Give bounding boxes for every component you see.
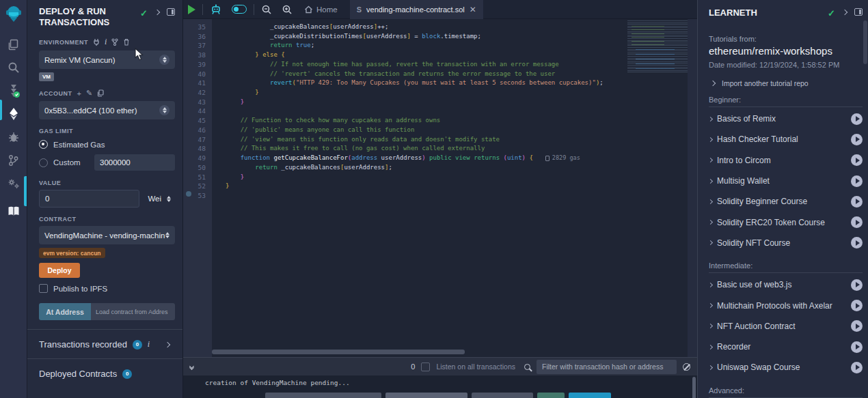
at-address-button[interactable]: At Address <box>39 303 91 320</box>
tutorial-play-button[interactable] <box>851 134 863 145</box>
gutter-line-number[interactable]: 40 <box>183 70 212 79</box>
tutorial-play-button[interactable] <box>851 279 863 291</box>
gutter-line-number[interactable]: 47 <box>183 135 212 145</box>
tutorial-play-button[interactable] <box>851 113 863 125</box>
transactions-recorded-row[interactable]: Transactions recorded 0 i <box>27 330 182 358</box>
editor-hscrollbar[interactable] <box>212 350 465 354</box>
gutter-line-number[interactable]: 39 <box>183 60 212 70</box>
solidity-compiler-icon[interactable] <box>0 79 27 102</box>
deploy-button[interactable]: Deploy <box>39 263 80 278</box>
tutorial-play-button[interactable] <box>851 362 863 373</box>
debug-button[interactable] <box>569 393 611 398</box>
tutorial-item[interactable]: Basic use of web3.js <box>709 274 863 295</box>
tutorial-item[interactable]: Intro to Circom <box>709 150 863 171</box>
remix-logo-icon[interactable] <box>0 0 27 27</box>
gutter-line-number[interactable]: 45 <box>183 116 212 126</box>
listen-all-checkbox[interactable] <box>421 363 430 371</box>
tutorial-play-button[interactable] <box>851 320 863 332</box>
gutter-line-number[interactable]: 52 <box>183 182 212 191</box>
gutter-line-number[interactable]: 38 <box>183 51 212 60</box>
file-tab[interactable]: S vending-machine-contract.sol ✕ <box>350 0 483 19</box>
tutorial-item[interactable]: Uniswap Swap Course <box>709 357 863 378</box>
code-editor[interactable]: 35363738394041424344454647484950515253 _… <box>183 19 697 357</box>
tutorial-play-button[interactable] <box>851 154 863 166</box>
gutter-line-number[interactable]: 48 <box>183 144 212 154</box>
estimated-gas-radio[interactable] <box>39 140 48 149</box>
contract-select[interactable]: VendingMachine - vending-machin <box>39 226 175 244</box>
gutter-line-number[interactable]: 44 <box>183 106 212 116</box>
gutter-line-number[interactable]: 43 <box>183 98 212 107</box>
home-tab[interactable]: Home <box>297 5 344 14</box>
at-address-input[interactable]: Load contract from Addres <box>91 303 175 320</box>
gutter-line-number[interactable]: 42 <box>183 88 212 98</box>
tutorial-play-button[interactable] <box>851 341 863 353</box>
learneth-book-icon[interactable] <box>0 199 27 223</box>
ai-copilot-icon[interactable] <box>205 0 227 19</box>
publish-ipfs-checkbox[interactable] <box>39 284 48 293</box>
minimap[interactable] <box>627 20 688 72</box>
tutorial-item[interactable]: Recorder <box>709 337 863 357</box>
code-area[interactable]: _cupcakeBalances[userAddress]++; _cupcak… <box>212 19 697 357</box>
gutter-line-number[interactable]: 49 <box>183 154 212 163</box>
terminal-log[interactable]: creation of VendingMachine pending... <box>183 375 697 398</box>
settings-icon[interactable] <box>0 172 27 195</box>
tutorial-play-button[interactable] <box>851 237 863 248</box>
tutorial-play-button[interactable] <box>851 175 863 187</box>
tutorial-play-button[interactable] <box>851 196 863 208</box>
environment-info-icon[interactable]: i <box>105 37 107 47</box>
gutter-line-number[interactable]: 37 <box>183 41 212 51</box>
git-icon[interactable] <box>0 149 27 172</box>
learneth-scrollbar[interactable] <box>863 20 867 64</box>
transactions-info-icon[interactable]: i <box>148 339 150 350</box>
gutter-line-number[interactable]: 36 <box>183 32 212 42</box>
tutorial-item[interactable]: Solidity ERC20 Token Course <box>709 212 863 232</box>
tutorial-item[interactable]: NFT Auction Contract <box>709 316 863 337</box>
transactions-expand-icon[interactable] <box>165 341 170 347</box>
value-input[interactable]: 0 <box>39 190 139 208</box>
tutorial-item[interactable]: Solidity NFT Course <box>709 233 863 253</box>
terminal-collapse-icon[interactable] <box>190 365 193 369</box>
gutter-line-number[interactable]: 41 <box>183 79 212 88</box>
gutter-line-number[interactable]: 35 <box>183 23 212 32</box>
panel-collapse-icon[interactable] <box>154 10 160 15</box>
import-tutorial-repo[interactable]: Import another tutorial repo <box>709 79 863 87</box>
copilot-toggle[interactable] <box>227 0 252 19</box>
zoom-in-icon[interactable] <box>277 0 297 19</box>
run-script-button[interactable] <box>183 0 200 19</box>
breakpoint-dot[interactable] <box>186 191 191 197</box>
tutorial-item[interactable]: Multisig Wallet <box>709 171 863 191</box>
tutorial-item[interactable]: Hash Checker Tutorial <box>709 129 863 150</box>
delete-environment-icon[interactable] <box>123 38 130 46</box>
account-select[interactable]: 0x5B3...eddC4 (100 ether) <box>39 101 175 119</box>
editor-scroll-track[interactable] <box>688 19 697 357</box>
tutorial-play-button[interactable] <box>851 300 863 311</box>
edit-account-icon[interactable]: ✎ <box>86 89 92 98</box>
deployed-contracts-row[interactable]: Deployed Contracts 0 <box>27 359 182 388</box>
copy-account-icon[interactable] <box>97 89 104 97</box>
clear-console-icon[interactable] <box>683 363 690 371</box>
terminal-search-icon[interactable] <box>524 364 530 370</box>
tutorial-item[interactable]: Solidity Beginner Course <box>709 191 863 212</box>
zoom-out-icon[interactable] <box>256 0 277 19</box>
environment-select[interactable]: Remix VM (Cancun) <box>39 51 175 69</box>
close-tab-icon[interactable]: ✕ <box>470 5 476 14</box>
plug-icon[interactable] <box>93 38 100 46</box>
tutorial-item[interactable]: Multichain Protocols with Axelar <box>709 295 863 315</box>
deploy-run-icon[interactable] <box>0 102 27 126</box>
gutter-line-number[interactable]: 51 <box>183 173 212 182</box>
terminal-vscrollbar[interactable] <box>692 377 696 398</box>
gutter-line-number[interactable]: 50 <box>183 163 212 173</box>
value-unit-select[interactable]: Wei <box>139 195 175 203</box>
gutter-line-number[interactable]: 46 <box>183 126 212 135</box>
add-account-icon[interactable]: + <box>77 89 81 98</box>
terminal-filter-input[interactable]: Filter with transaction hash or address <box>537 360 677 374</box>
custom-gas-radio[interactable] <box>39 158 48 167</box>
panel-pin-icon[interactable] <box>167 8 175 16</box>
search-icon[interactable] <box>0 56 27 79</box>
file-explorer-icon[interactable] <box>0 33 27 56</box>
tutorial-play-button[interactable] <box>851 216 863 228</box>
learneth-pin-icon[interactable] <box>854 8 863 16</box>
fork-environment-icon[interactable] <box>111 38 118 46</box>
learneth-collapse-icon[interactable] <box>842 10 847 15</box>
custom-gas-input[interactable]: 3000000 <box>94 154 175 171</box>
